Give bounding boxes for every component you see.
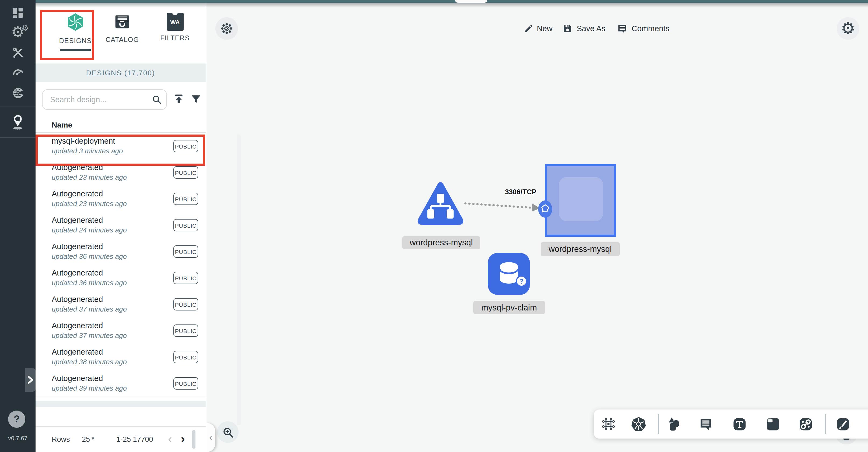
design-row[interactable]: Autogenerated updated 24 minutes ago PUB… bbox=[35, 212, 206, 239]
design-name: Autogenerated bbox=[52, 295, 103, 303]
next-page-button[interactable]: › bbox=[181, 432, 185, 446]
design-canvas[interactable]: New Save As Comments Actions ▼ Share bbox=[206, 0, 868, 452]
help-icon: ? bbox=[14, 414, 20, 425]
visibility-badge: PUBLIC bbox=[174, 272, 198, 284]
sidebar-item-performance[interactable] bbox=[0, 62, 35, 82]
panel-canvas-divider bbox=[206, 0, 206, 452]
link-tool[interactable] bbox=[797, 415, 814, 432]
comment-tool[interactable] bbox=[697, 415, 715, 432]
visibility-badge: PUBLIC bbox=[174, 140, 198, 152]
list-scrollbar-track[interactable] bbox=[237, 134, 241, 425]
tab-filters-label: FILTERS bbox=[158, 34, 192, 42]
design-name: Autogenerated bbox=[52, 321, 103, 330]
design-row[interactable]: Autogenerated updated 37 minutes ago PUB… bbox=[35, 318, 206, 344]
sidebar-item-configuration[interactable] bbox=[0, 43, 35, 62]
design-row[interactable]: Autogenerated updated 39 minutes ago PUB… bbox=[35, 370, 206, 397]
design-row[interactable]: Autogenerated updated 38 minutes ago PUB… bbox=[35, 344, 206, 371]
panel-collapse-handle[interactable]: ‹ bbox=[206, 423, 215, 452]
save-icon bbox=[563, 24, 572, 33]
zoom-button[interactable] bbox=[217, 421, 239, 443]
design-name: Autogenerated bbox=[52, 163, 103, 172]
pen-tool[interactable] bbox=[834, 415, 851, 432]
edge-port-label: 3306/TCP bbox=[496, 188, 546, 196]
import-design-button[interactable] bbox=[170, 90, 187, 108]
visibility-badge: PUBLIC bbox=[174, 298, 198, 311]
link-tool-icon bbox=[798, 417, 813, 431]
funnel-icon bbox=[190, 93, 202, 105]
tools-icon bbox=[11, 46, 24, 59]
design-row[interactable]: Autogenerated updated 37 minutes ago PUB… bbox=[35, 291, 206, 318]
rows-label: Rows bbox=[52, 435, 70, 443]
page-size-caret-icon[interactable]: ▾ bbox=[92, 435, 94, 441]
design-row[interactable]: mysql-deployment updated 3 minutes ago P… bbox=[35, 133, 206, 160]
designs-panel: DESIGNS CATALOG WA FILTERS DESIGNS (17,7… bbox=[35, 0, 206, 452]
node-label-pvc: mysql-pv-claim bbox=[473, 301, 545, 314]
wasm-filter-icon: WA bbox=[167, 13, 183, 31]
left-navbar: ⚙ ⚙ bbox=[0, 0, 35, 452]
design-updated: updated 37 minutes ago bbox=[52, 305, 127, 313]
design-row[interactable]: Autogenerated updated 23 minutes ago PUB… bbox=[35, 186, 206, 213]
design-name: Autogenerated bbox=[52, 268, 103, 277]
design-updated: updated 36 minutes ago bbox=[52, 252, 127, 260]
node-deployment[interactable] bbox=[545, 164, 616, 237]
page-size-select[interactable]: 25 bbox=[82, 435, 90, 443]
top-toolbar-notch[interactable] bbox=[455, 0, 487, 3]
note-tool[interactable] bbox=[764, 415, 781, 432]
design-updated: updated 24 minutes ago bbox=[52, 226, 127, 234]
design-updated: updated 39 minutes ago bbox=[52, 384, 127, 392]
environment-button[interactable] bbox=[215, 17, 238, 40]
tab-designs-label: DESIGNS bbox=[51, 37, 100, 45]
top-accent-bar bbox=[35, 0, 868, 3]
search-icon[interactable] bbox=[151, 94, 162, 105]
design-row[interactable]: Autogenerated updated 23 minutes ago PUB… bbox=[35, 159, 206, 186]
tab-filters[interactable]: WA FILTERS bbox=[158, 13, 192, 42]
kubernetes-tool[interactable] bbox=[630, 415, 647, 432]
design-search bbox=[42, 89, 167, 110]
tab-designs[interactable]: DESIGNS bbox=[51, 10, 100, 51]
design-name: Autogenerated bbox=[52, 189, 103, 198]
node-label-deployment: wordpress-mysql bbox=[540, 242, 620, 256]
search-input[interactable] bbox=[49, 95, 148, 104]
sidebar-item-dashboard[interactable] bbox=[0, 3, 35, 23]
sidebar-item-extensions[interactable] bbox=[0, 83, 35, 102]
chevron-right-icon bbox=[27, 376, 33, 384]
meshery-logo-icon bbox=[66, 12, 85, 32]
visibility-badge: PUBLIC bbox=[174, 324, 198, 337]
new-button[interactable]: New bbox=[524, 21, 553, 37]
upload-icon bbox=[173, 93, 185, 105]
node-pvc[interactable]: ? bbox=[488, 253, 530, 295]
prev-page-button[interactable]: ‹ bbox=[168, 432, 172, 446]
design-updated: updated 38 minutes ago bbox=[52, 358, 127, 366]
dock-divider bbox=[825, 414, 826, 434]
pencil-icon bbox=[524, 24, 533, 33]
node-service[interactable] bbox=[416, 181, 465, 227]
comments-label: Comments bbox=[631, 24, 669, 33]
tab-catalog[interactable]: CATALOG bbox=[104, 13, 140, 43]
port-badge[interactable] bbox=[538, 200, 553, 218]
sidebar-expand-handle[interactable] bbox=[25, 368, 35, 392]
text-tool[interactable] bbox=[731, 415, 748, 432]
page-range: 1-25 17700 bbox=[116, 435, 153, 443]
zoom-in-icon bbox=[222, 426, 234, 438]
panel-scrollbar-thumb[interactable] bbox=[192, 430, 195, 449]
design-row[interactable]: Autogenerated updated 36 minutes ago PUB… bbox=[35, 238, 206, 265]
deployment-inner-shape bbox=[559, 177, 603, 221]
shapes-tool[interactable] bbox=[665, 415, 682, 432]
catalog-icon bbox=[114, 13, 131, 30]
visibility-badge: PUBLIC bbox=[174, 219, 198, 231]
dashboard-icon bbox=[12, 7, 24, 19]
design-updated: updated 36 minutes ago bbox=[52, 279, 127, 287]
save-as-button[interactable]: Save As bbox=[563, 21, 605, 37]
design-row[interactable]: Autogenerated updated 36 minutes ago PUB… bbox=[35, 265, 206, 292]
help-button[interactable]: ? bbox=[8, 411, 25, 428]
sidebar-item-kanvas[interactable] bbox=[0, 106, 35, 138]
filter-list-button[interactable] bbox=[187, 90, 205, 108]
edge-service-to-deployment[interactable] bbox=[463, 197, 547, 215]
sidebar-item-lifecycle[interactable]: ⚙ ⚙ bbox=[0, 23, 35, 42]
components-tool[interactable] bbox=[600, 415, 617, 432]
meshery-kanvas-app: ⚙ ⚙ bbox=[0, 0, 868, 452]
comments-button[interactable]: Comments bbox=[617, 21, 669, 37]
chevron-left-icon: ‹ bbox=[209, 432, 212, 443]
settings-button[interactable]: ⚙ bbox=[837, 17, 859, 40]
comment-icon bbox=[617, 23, 627, 34]
